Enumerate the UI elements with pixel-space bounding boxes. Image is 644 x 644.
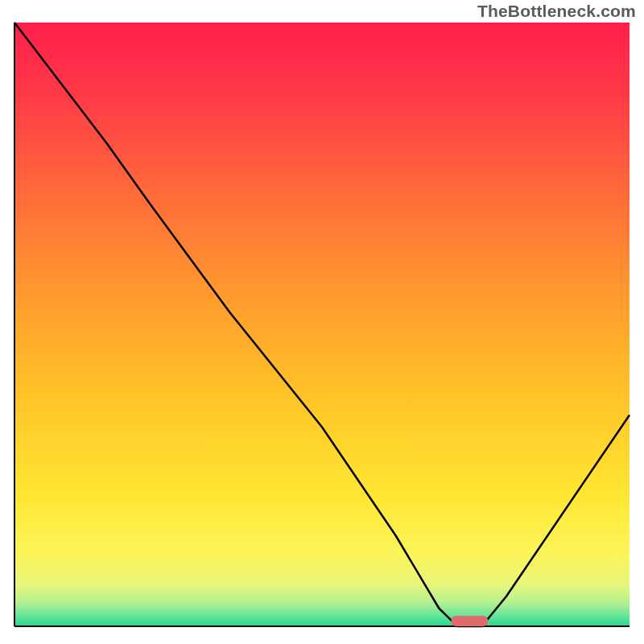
bottleneck-curve-chart <box>0 0 644 644</box>
chart-container: TheBottleneck.com <box>0 0 644 644</box>
gradient-background <box>14 23 630 626</box>
optimal-marker <box>451 616 488 626</box>
